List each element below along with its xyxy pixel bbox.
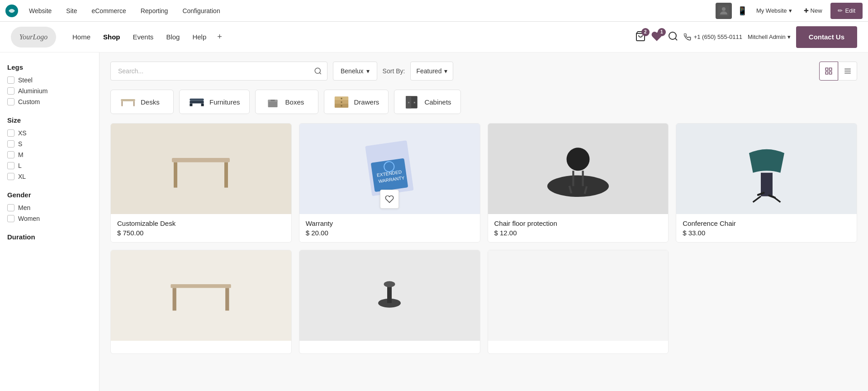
- odoo-logo: [5, 5, 18, 17]
- add-nav-item-button[interactable]: +: [213, 30, 226, 43]
- nav-link-help[interactable]: Help: [187, 30, 212, 43]
- filter-item-s[interactable]: S: [7, 140, 92, 148]
- svg-rect-53: [171, 284, 231, 288]
- nav-link-home[interactable]: Home: [67, 30, 96, 43]
- svg-rect-54: [173, 288, 176, 310]
- product-card-bottom-1[interactable]: [110, 250, 292, 354]
- product-card-desk[interactable]: Customizable Desk $ 750.00: [110, 123, 292, 243]
- svg-line-52: [773, 196, 780, 202]
- checkbox-women[interactable]: [7, 215, 14, 222]
- sort-by-label: Sort By:: [383, 67, 405, 75]
- admin-nav-configuration[interactable]: Configuration: [179, 5, 223, 16]
- filter-item-xs[interactable]: XS: [7, 129, 92, 137]
- checkbox-men[interactable]: [7, 204, 14, 211]
- drawer-svg-icon: [333, 95, 350, 109]
- edit-button[interactable]: ✏ Edit: [830, 3, 863, 19]
- checkbox-l[interactable]: [7, 162, 14, 169]
- checkbox-s[interactable]: [7, 140, 14, 148]
- svg-point-4: [669, 32, 676, 39]
- category-desks[interactable]: Desks: [110, 90, 174, 114]
- grid-view-button[interactable]: [819, 62, 838, 81]
- product-name-desk: Customizable Desk: [117, 219, 285, 227]
- sidebar: Legs Steel Aluminium Custom Size XS: [0, 52, 100, 391]
- svg-point-42: [547, 175, 609, 197]
- admin-nav-ecommerce[interactable]: eCommerce: [88, 5, 129, 16]
- filter-item-men[interactable]: Men: [7, 204, 92, 211]
- checkbox-aluminium[interactable]: [7, 87, 14, 95]
- admin-bar: Website Site eCommerce Reporting Configu…: [0, 0, 868, 22]
- search-submit-button[interactable]: [308, 62, 327, 81]
- user-dropdown[interactable]: Mitchell Admin ▾: [748, 33, 791, 40]
- filter-item-women[interactable]: Women: [7, 215, 92, 222]
- filter-item-custom[interactable]: Custom: [7, 98, 92, 105]
- filter-item-aluminium[interactable]: Aluminium: [7, 87, 92, 95]
- product-card-bottom-2[interactable]: [299, 250, 480, 354]
- wishlist-badge: 1: [658, 28, 666, 36]
- product-image-bottom-3: [488, 250, 669, 341]
- filter-label-men: Men: [18, 204, 30, 211]
- category-cabinets[interactable]: Cabinets: [394, 90, 460, 114]
- filter-label-steel: Steel: [18, 76, 33, 84]
- site-logo[interactable]: YourLogo: [11, 27, 56, 48]
- cabinet-svg-icon: [404, 95, 419, 109]
- checkbox-m[interactable]: [7, 151, 14, 158]
- search-input[interactable]: [110, 62, 327, 81]
- svg-rect-2: [718, 5, 729, 16]
- new-button[interactable]: ✚ New: [799, 5, 827, 16]
- grid-icon: [825, 67, 833, 75]
- product-card-chair[interactable]: Conference Chair $ 33.00: [676, 123, 857, 243]
- product-image-bottom-1: [111, 250, 291, 341]
- filter-item-xl[interactable]: XL: [7, 173, 92, 180]
- admin-nav-reporting[interactable]: Reporting: [137, 5, 172, 16]
- nav-link-blog[interactable]: Blog: [161, 30, 185, 43]
- cart-button[interactable]: 2: [635, 31, 646, 43]
- checkbox-xl[interactable]: [7, 173, 14, 180]
- svg-rect-16: [190, 101, 204, 104]
- category-drawers[interactable]: Drawers: [324, 90, 389, 114]
- filter-group-legs: Legs Steel Aluminium Custom: [7, 63, 92, 105]
- svg-point-43: [566, 148, 589, 171]
- filter-item-l[interactable]: L: [7, 162, 92, 169]
- region-filter-dropdown[interactable]: Benelux ▾: [333, 62, 377, 81]
- filter-item-m[interactable]: M: [7, 151, 92, 158]
- wishlist-button[interactable]: 1: [651, 31, 662, 43]
- svg-rect-18: [201, 104, 204, 106]
- content-area: Benelux ▾ Sort By: Featured ▾: [100, 52, 868, 391]
- drawers-icon: [333, 94, 350, 110]
- list-view-button[interactable]: [838, 62, 857, 81]
- nav-link-events[interactable]: Events: [128, 30, 159, 43]
- admin-avatar[interactable]: [716, 3, 732, 19]
- user-avatar-icon: [718, 5, 729, 16]
- product-image-mat: [488, 124, 669, 214]
- checkbox-custom[interactable]: [7, 98, 14, 105]
- admin-nav-website[interactable]: Website: [25, 5, 55, 16]
- filter-label-women: Women: [18, 215, 40, 222]
- product-card-mat[interactable]: Chair floor protection $ 12.00: [488, 123, 669, 243]
- sort-dropdown[interactable]: Featured ▾: [410, 62, 453, 81]
- filter-label-aluminium: Aluminium: [18, 87, 47, 95]
- category-furnitures[interactable]: Furnitures: [179, 90, 250, 114]
- checkbox-steel[interactable]: [7, 76, 14, 84]
- plus-icon: ✚: [804, 7, 809, 14]
- my-website-dropdown[interactable]: My Website ▾: [753, 5, 796, 16]
- filter-group-duration: Duration: [7, 233, 92, 241]
- admin-nav-site[interactable]: Site: [62, 5, 81, 16]
- heart-outline-icon: [385, 195, 394, 204]
- phone-area: +1 (650) 555-0111: [684, 33, 742, 41]
- product-card-bottom-3[interactable]: [488, 250, 669, 354]
- wishlist-button-warranty[interactable]: [380, 190, 399, 209]
- checkbox-xs[interactable]: [7, 129, 14, 137]
- contact-us-button[interactable]: Contact Us: [796, 26, 857, 48]
- product-card-warranty[interactable]: EXTENDED WARRANTY Warranty $ 20.00: [299, 123, 480, 243]
- svg-rect-8: [825, 72, 828, 74]
- category-boxes[interactable]: Boxes: [255, 90, 318, 114]
- chevron-down-icon: ▾: [789, 7, 792, 14]
- filter-item-steel[interactable]: Steel: [7, 76, 92, 84]
- sort-value: Featured: [416, 67, 441, 75]
- search-button[interactable]: [668, 31, 678, 43]
- product-info-warranty: Warranty $ 20.00: [299, 214, 480, 242]
- mobile-preview-icon[interactable]: 📱: [735, 4, 749, 18]
- nav-link-shop[interactable]: Shop: [98, 30, 126, 43]
- cabinets-icon: [403, 94, 420, 110]
- filter-group-duration-title: Duration: [7, 233, 92, 241]
